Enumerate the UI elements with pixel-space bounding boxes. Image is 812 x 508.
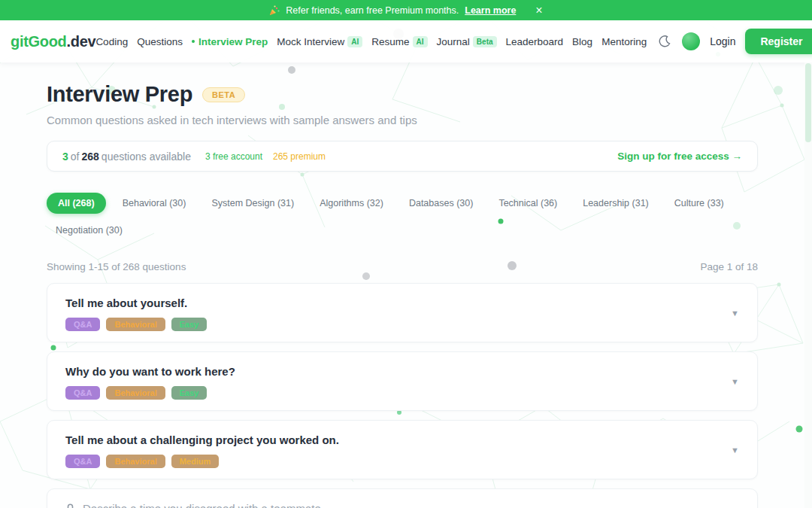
filter-chip-algorithms-32[interactable]: Algorithms (32) bbox=[311, 193, 392, 214]
filter-chip-behavioral-30[interactable]: Behavioral (30) bbox=[114, 193, 195, 214]
question-card[interactable]: Why do you want to work here?Q&ABehavior… bbox=[47, 351, 758, 411]
question-card[interactable]: Describe a time you disagreed with a tea… bbox=[47, 488, 758, 508]
free-account-note: 3 free account bbox=[205, 151, 262, 162]
question-title-text: Tell me about yourself. bbox=[65, 296, 187, 310]
tag-q-a: Q&A bbox=[65, 455, 100, 468]
nav-item-badge: AI bbox=[413, 36, 428, 47]
page-subtitle: Common questions asked in tech interview… bbox=[47, 114, 758, 126]
signup-cta-link[interactable]: Sign up for free access → bbox=[617, 151, 742, 162]
logo-brand: gitGood bbox=[11, 33, 67, 50]
lock-icon bbox=[65, 503, 75, 508]
nav-item-leaderboard[interactable]: Leaderboard bbox=[506, 36, 564, 47]
moon-icon bbox=[659, 35, 671, 47]
nav-item-mock-interview[interactable]: Mock InterviewAI bbox=[277, 36, 362, 47]
question-card[interactable]: Tell me about yourself.Q&ABehavioralEasy… bbox=[47, 283, 758, 342]
filter-chip-all-268[interactable]: All (268) bbox=[47, 193, 106, 214]
nav-item-label: Questions bbox=[137, 36, 183, 47]
banner-close-icon[interactable]: × bbox=[535, 5, 542, 17]
nav-item-badge: AI bbox=[347, 36, 362, 47]
chevron-down-icon[interactable]: ▼ bbox=[731, 309, 739, 318]
page-indicator: Page 1 of 18 bbox=[700, 261, 758, 272]
question-tags: Q&ABehavioralMedium bbox=[65, 455, 724, 468]
nav-item-label: Journal bbox=[437, 36, 470, 47]
question-title: Tell me about a challenging project you … bbox=[65, 433, 724, 447]
question-tags: Q&ABehavioralEasy bbox=[65, 318, 724, 331]
chevron-down-icon[interactable]: ▼ bbox=[731, 446, 739, 455]
party-popper-icon bbox=[269, 5, 280, 16]
scrollbar-track bbox=[804, 62, 812, 508]
free-count: 3 bbox=[62, 151, 68, 163]
nav-item-label: Mentoring bbox=[601, 36, 647, 47]
page-title: Interview Prep bbox=[47, 82, 192, 107]
question-title: Tell me about yourself. bbox=[65, 296, 724, 310]
nav-item-journal[interactable]: JournalBeta bbox=[437, 36, 497, 47]
banner-text: Refer friends, earn free Premium months. bbox=[286, 5, 459, 16]
site-logo[interactable]: gitGood.dev bbox=[11, 33, 95, 50]
nav-item-resume[interactable]: ResumeAI bbox=[371, 36, 427, 47]
login-link[interactable]: Login bbox=[710, 35, 735, 47]
filter-chip-culture-33[interactable]: Culture (33) bbox=[665, 193, 733, 214]
register-button[interactable]: Register bbox=[745, 29, 812, 54]
availability-label: questions available bbox=[102, 151, 191, 163]
showing-count: Showing 1-15 of 268 questions bbox=[47, 261, 186, 272]
nav-item-mentoring[interactable]: Mentoring bbox=[601, 36, 647, 47]
chevron-down-icon[interactable]: ▼ bbox=[731, 377, 739, 386]
nav-right: Login Register bbox=[657, 29, 812, 54]
tag-medium: Medium bbox=[171, 455, 220, 468]
banner-learn-more-link[interactable]: Learn more bbox=[465, 5, 516, 16]
question-title-text: Why do you want to work here? bbox=[65, 364, 235, 379]
logo-suffix: .dev bbox=[67, 33, 96, 50]
filter-chips: All (268)Behavioral (30)System Design (3… bbox=[47, 193, 758, 241]
filter-chip-technical-36[interactable]: Technical (36) bbox=[489, 193, 566, 214]
dark-mode-toggle[interactable] bbox=[657, 34, 672, 49]
nav-item-label: Resume bbox=[371, 36, 409, 47]
navbar: gitGood.dev CodingQuestionsInterview Pre… bbox=[0, 20, 812, 62]
tag-easy: Easy bbox=[171, 318, 208, 331]
of-word: of bbox=[71, 151, 80, 163]
tag-behavioral: Behavioral bbox=[106, 386, 165, 400]
nav-links: CodingQuestionsInterview PrepMock Interv… bbox=[95, 36, 647, 47]
total-count: 268 bbox=[81, 151, 98, 163]
filter-chip-databases-30[interactable]: Databases (30) bbox=[400, 193, 482, 214]
nav-item-label: Blog bbox=[572, 36, 592, 47]
premium-note: 265 premium bbox=[273, 151, 326, 162]
nav-item-coding[interactable]: Coding bbox=[95, 36, 128, 47]
main-content: Interview Prep BETA Common questions ask… bbox=[47, 62, 758, 508]
tag-q-a: Q&A bbox=[65, 386, 100, 400]
question-tags: Q&ABehavioralEasy bbox=[65, 386, 724, 400]
filter-chip-negotiation-30[interactable]: Negotiation (30) bbox=[47, 220, 132, 241]
filter-chip-leadership-31[interactable]: Leadership (31) bbox=[574, 193, 658, 214]
question-card[interactable]: Tell me about a challenging project you … bbox=[47, 420, 758, 479]
question-list: Tell me about yourself.Q&ABehavioralEasy… bbox=[47, 283, 758, 508]
nav-item-interview-prep[interactable]: Interview Prep bbox=[192, 36, 268, 47]
nav-item-label: Interview Prep bbox=[198, 36, 268, 47]
nav-item-badge: Beta bbox=[473, 36, 497, 47]
tag-q-a: Q&A bbox=[65, 318, 100, 331]
tag-behavioral: Behavioral bbox=[106, 455, 165, 468]
results-meta: Showing 1-15 of 268 questions Page 1 of … bbox=[47, 261, 758, 272]
question-title: Describe a time you disagreed with a tea… bbox=[65, 501, 724, 508]
question-title-text: Tell me about a challenging project you … bbox=[65, 433, 339, 447]
scrollbar-thumb[interactable] bbox=[805, 63, 811, 142]
nav-item-blog[interactable]: Blog bbox=[572, 36, 592, 47]
tag-behavioral: Behavioral bbox=[106, 318, 165, 331]
filter-chip-system-design-31[interactable]: System Design (31) bbox=[202, 193, 303, 214]
beta-badge: BETA bbox=[202, 87, 245, 102]
nav-item-label: Mock Interview bbox=[277, 36, 344, 47]
nav-item-questions[interactable]: Questions bbox=[137, 36, 183, 47]
avatar-circle[interactable] bbox=[682, 32, 700, 50]
nav-item-label: Leaderboard bbox=[506, 36, 564, 47]
promo-banner: Refer friends, earn free Premium months.… bbox=[0, 0, 812, 20]
tag-easy: Easy bbox=[171, 386, 208, 400]
question-title: Why do you want to work here? bbox=[65, 364, 724, 379]
nav-item-label: Coding bbox=[95, 36, 128, 47]
question-title-text: Describe a time you disagreed with a tea… bbox=[83, 501, 324, 508]
availability-bar: 3 of 268 questions available 3 free acco… bbox=[47, 141, 758, 172]
